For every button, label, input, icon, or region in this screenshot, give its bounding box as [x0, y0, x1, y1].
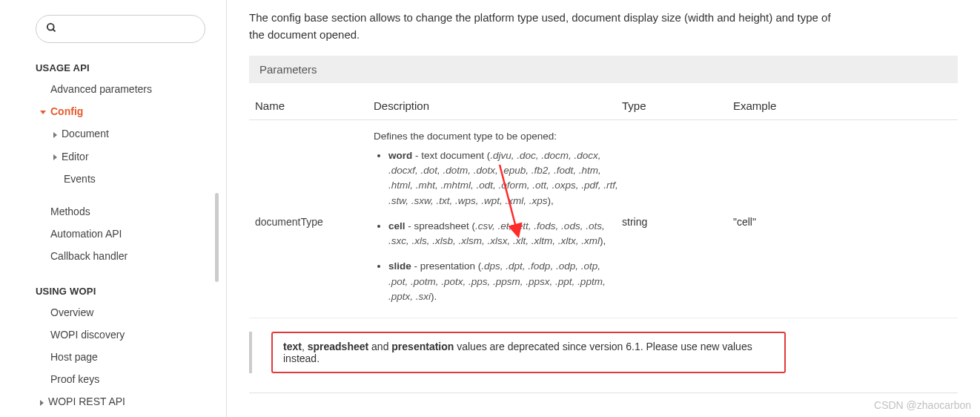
param-table-header-row: Name Description Type Example [249, 92, 958, 120]
nav-label: Host page [50, 351, 98, 363]
nav-list-using-wopi: Overview WOPI discovery Host page Proof … [0, 301, 226, 413]
col-name-header: Name [255, 99, 374, 112]
nav-section-usage-api: USAGE API [0, 56, 226, 78]
nav-item-events[interactable]: Events [0, 168, 226, 190]
tail: ), [548, 195, 554, 206]
deprecation-note: text, spreadsheet and presentation value… [249, 332, 958, 373]
search-input[interactable] [36, 15, 205, 43]
nav-item-overview[interactable]: Overview [0, 301, 226, 324]
nav-item-callback-handler[interactable]: Callback handler [0, 245, 226, 267]
note-term-presentation: presentation [391, 341, 454, 352]
main-content: Description The config base section allo… [227, 0, 980, 417]
param-example: "cell" [733, 216, 952, 228]
nav-item-wopi-rest-api[interactable]: WOPI REST API [0, 390, 226, 413]
search-container [0, 12, 226, 56]
nav-item-document[interactable]: Document [0, 122, 226, 145]
nav-list-usage-api: Advanced parameters Config Document Edit… [0, 78, 226, 268]
nav-sub-config: Document Editor Events [0, 122, 226, 190]
col-type-header: Type [622, 99, 733, 112]
tail: ). [431, 291, 437, 302]
nav-item-automation-api[interactable]: Automation API [0, 223, 226, 245]
term: cell [388, 220, 405, 232]
note-term-text: text [283, 341, 302, 352]
nav-item-wopi-discovery[interactable]: WOPI discovery [0, 324, 226, 346]
nav-item-editor[interactable]: Editor [0, 145, 226, 168]
intro-text: The config base section allows to change… [249, 9, 842, 44]
note-term-spreadsheet: spreadsheet [308, 341, 368, 352]
nav-label: Callback handler [50, 250, 128, 262]
nav-label: Editor [62, 151, 89, 162]
nav-label: Document [62, 128, 109, 139]
nav-item-methods[interactable]: Methods [0, 200, 226, 223]
chevron-right-icon [40, 400, 44, 406]
term: slide [388, 260, 411, 272]
chevron-right-icon [53, 154, 57, 160]
nav-label: Overview [50, 306, 93, 318]
nav-label: Proof keys [50, 373, 99, 385]
chevron-down-icon [40, 111, 46, 114]
parameters-section-header: Parameters [249, 56, 958, 83]
nav-section-using-wopi: USING WOPI [0, 280, 226, 301]
nav-label: Config [50, 105, 83, 117]
chevron-right-icon [53, 132, 57, 138]
text: - spreadsheet ( [405, 220, 476, 232]
nav-label: WOPI REST API [48, 395, 125, 407]
divider [249, 393, 958, 393]
bullet-cell: cell - spreadsheet (.csv, .et, .ett, .fo… [388, 219, 622, 249]
nav-item-config[interactable]: Config [0, 100, 226, 122]
nav-item-proof-keys[interactable]: Proof keys [0, 368, 226, 390]
term: word [388, 150, 412, 161]
nav-item-host-page[interactable]: Host page [0, 346, 226, 368]
param-description: Defines the document type to be opened: … [374, 129, 622, 315]
nav-label: Automation API [50, 228, 122, 240]
nav-item-advanced-parameters[interactable]: Advanced parameters [0, 78, 226, 100]
col-example-header: Example [733, 99, 952, 112]
nav-label: Methods [50, 206, 90, 217]
desc-intro: Defines the document type to be opened: [374, 131, 557, 142]
sidebar: USAGE API Advanced parameters Config Doc… [0, 0, 227, 417]
col-description-header: Description [374, 99, 622, 112]
bullet-slide: slide - presentation (.dps, .dpt, .fodp,… [388, 259, 622, 304]
text: - presentation ( [411, 260, 482, 272]
nav-label: Advanced parameters [50, 83, 152, 95]
tail: ), [600, 235, 606, 246]
desc-bullet-list: word - text document (.djvu, .doc, .docm… [374, 148, 622, 304]
text: - text document ( [412, 150, 490, 161]
param-type: string [622, 216, 733, 228]
param-row-documenttype: documentType Defines the document type t… [249, 120, 958, 319]
param-name: documentType [255, 216, 374, 228]
scrollbar[interactable] [215, 193, 219, 282]
nav-label: Events [64, 173, 96, 185]
deprecation-note-inner: text, spreadsheet and presentation value… [271, 332, 786, 373]
nav-label: WOPI discovery [50, 329, 125, 341]
bullet-word: word - text document (.djvu, .doc, .docm… [388, 148, 622, 208]
